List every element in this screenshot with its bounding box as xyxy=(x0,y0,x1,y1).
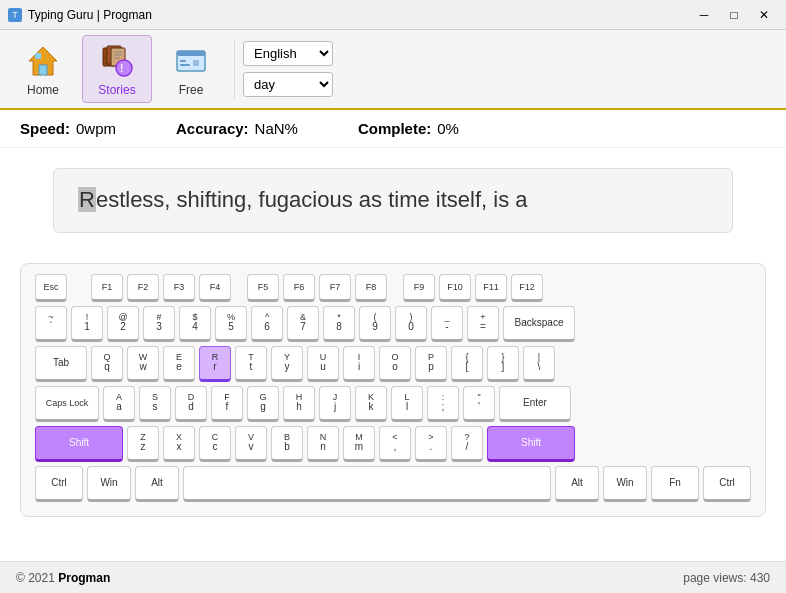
stories-button[interactable]: ! Stories xyxy=(82,35,152,103)
title-bar-left: T Typing Guru | Progman xyxy=(8,8,152,22)
key-c[interactable]: Cc xyxy=(199,426,231,462)
key-f[interactable]: Ff xyxy=(211,386,243,422)
free-button[interactable]: Free xyxy=(156,35,226,103)
key-z[interactable]: Zz xyxy=(127,426,159,462)
num-row: ~` !1 @2 #3 $4 %5 ^6 &7 *8 (9 )0 _- += B… xyxy=(35,306,751,342)
stats-bar: Speed: 0wpm Accuracy: NaN% Complete: 0% xyxy=(0,110,786,148)
key-8[interactable]: *8 xyxy=(323,306,355,342)
key-f11[interactable]: F11 xyxy=(475,274,507,302)
home-label: Home xyxy=(27,83,59,97)
stories-icon: ! xyxy=(97,41,137,81)
footer-brand: Progman xyxy=(58,571,110,585)
key-backspace[interactable]: Backspace xyxy=(503,306,575,342)
dropdown-group: English Spanish French day night xyxy=(243,41,333,97)
key-s[interactable]: Ss xyxy=(139,386,171,422)
key-a[interactable]: Aa xyxy=(103,386,135,422)
key-i[interactable]: Ii xyxy=(343,346,375,382)
key-f4[interactable]: F4 xyxy=(199,274,231,302)
complete-value: 0% xyxy=(437,120,459,137)
key-6[interactable]: ^6 xyxy=(251,306,283,342)
key-comma[interactable]: <, xyxy=(379,426,411,462)
key-f9[interactable]: F9 xyxy=(403,274,435,302)
maximize-button[interactable]: □ xyxy=(720,4,748,26)
key-backtick[interactable]: ~` xyxy=(35,306,67,342)
key-space[interactable] xyxy=(183,466,551,502)
home-icon xyxy=(23,41,63,81)
key-f6[interactable]: F6 xyxy=(283,274,315,302)
key-tab[interactable]: Tab xyxy=(35,346,87,382)
key-left-alt[interactable]: Alt xyxy=(135,466,179,502)
key-b[interactable]: Bb xyxy=(271,426,303,462)
key-e[interactable]: Ee xyxy=(163,346,195,382)
key-f8[interactable]: F8 xyxy=(355,274,387,302)
key-equals[interactable]: += xyxy=(467,306,499,342)
key-o[interactable]: Oo xyxy=(379,346,411,382)
key-u[interactable]: Uu xyxy=(307,346,339,382)
key-w[interactable]: Ww xyxy=(127,346,159,382)
space-row: Ctrl Win Alt Alt Win Fn Ctrl xyxy=(35,466,751,502)
key-right-shift[interactable]: Shift xyxy=(487,426,575,462)
key-j[interactable]: Jj xyxy=(319,386,351,422)
key-right-alt[interactable]: Alt xyxy=(555,466,599,502)
key-1[interactable]: !1 xyxy=(71,306,103,342)
toolbar-divider xyxy=(234,39,235,99)
key-period[interactable]: >. xyxy=(415,426,447,462)
key-f3[interactable]: F3 xyxy=(163,274,195,302)
key-left-win[interactable]: Win xyxy=(87,466,131,502)
key-k[interactable]: Kk xyxy=(355,386,387,422)
home-button[interactable]: Home xyxy=(8,35,78,103)
key-left-ctrl[interactable]: Ctrl xyxy=(35,466,83,502)
minimize-button[interactable]: ─ xyxy=(690,4,718,26)
key-enter[interactable]: Enter xyxy=(499,386,571,422)
key-d[interactable]: Dd xyxy=(175,386,207,422)
key-y[interactable]: Yy xyxy=(271,346,303,382)
key-q[interactable]: Qq xyxy=(91,346,123,382)
svg-rect-13 xyxy=(180,60,186,62)
key-5[interactable]: %5 xyxy=(215,306,247,342)
key-right-win[interactable]: Win xyxy=(603,466,647,502)
close-button[interactable]: ✕ xyxy=(750,4,778,26)
key-right-ctrl[interactable]: Ctrl xyxy=(703,466,751,502)
key-7[interactable]: &7 xyxy=(287,306,319,342)
key-f12[interactable]: F12 xyxy=(511,274,543,302)
key-f7[interactable]: F7 xyxy=(319,274,351,302)
key-0[interactable]: )0 xyxy=(395,306,427,342)
key-4[interactable]: $4 xyxy=(179,306,211,342)
key-n[interactable]: Nn xyxy=(307,426,339,462)
key-m[interactable]: Mm xyxy=(343,426,375,462)
key-semicolon[interactable]: :; xyxy=(427,386,459,422)
key-3[interactable]: #3 xyxy=(143,306,175,342)
key-esc[interactable]: Esc xyxy=(35,274,67,302)
language-select[interactable]: English Spanish French xyxy=(243,41,333,66)
key-f2[interactable]: F2 xyxy=(127,274,159,302)
key-f5[interactable]: F5 xyxy=(247,274,279,302)
key-r[interactable]: Rr xyxy=(199,346,231,382)
fn-row: Esc F1 F2 F3 F4 F5 F6 F7 F8 F9 F10 F11 F… xyxy=(35,274,751,302)
key-x[interactable]: Xx xyxy=(163,426,195,462)
key-minus[interactable]: _- xyxy=(431,306,463,342)
mode-select[interactable]: day night xyxy=(243,72,333,97)
key-fn[interactable]: Fn xyxy=(651,466,699,502)
key-backslash[interactable]: |\ xyxy=(523,346,555,382)
key-l[interactable]: Ll xyxy=(391,386,423,422)
key-rbracket[interactable]: }] xyxy=(487,346,519,382)
key-g[interactable]: Gg xyxy=(247,386,279,422)
key-capslock[interactable]: Caps Lock xyxy=(35,386,99,422)
key-h[interactable]: Hh xyxy=(283,386,315,422)
speed-stat: Speed: 0wpm xyxy=(20,120,116,137)
key-9[interactable]: (9 xyxy=(359,306,391,342)
key-p[interactable]: Pp xyxy=(415,346,447,382)
key-left-shift[interactable]: Shift xyxy=(35,426,123,462)
key-f10[interactable]: F10 xyxy=(439,274,471,302)
footer-copyright: © 2021 Progman xyxy=(16,571,110,585)
key-v[interactable]: Vv xyxy=(235,426,267,462)
key-lbracket[interactable]: {[ xyxy=(451,346,483,382)
key-slash[interactable]: ?/ xyxy=(451,426,483,462)
keyboard-area: Esc F1 F2 F3 F4 F5 F6 F7 F8 F9 F10 F11 F… xyxy=(0,253,786,561)
key-t[interactable]: Tt xyxy=(235,346,267,382)
svg-text:!: ! xyxy=(120,63,123,74)
key-f1[interactable]: F1 xyxy=(91,274,123,302)
key-quote[interactable]: "' xyxy=(463,386,495,422)
free-label: Free xyxy=(179,83,204,97)
key-2[interactable]: @2 xyxy=(107,306,139,342)
